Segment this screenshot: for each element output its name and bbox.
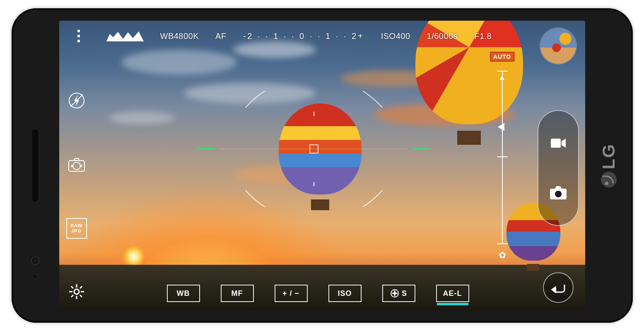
- cloud-decor: [121, 50, 237, 74]
- flash-toggle-button[interactable]: [65, 89, 88, 112]
- capture-photo-button[interactable]: [547, 182, 569, 204]
- file-format-toggle[interactable]: RAW JPG: [66, 218, 87, 239]
- slider-track: [502, 71, 503, 244]
- brand-text: LG: [599, 144, 619, 169]
- svg-line-16: [80, 295, 82, 297]
- histogram-icon[interactable]: [106, 31, 144, 41]
- bezel-right: LG: [585, 8, 633, 323]
- macro-flower-icon: ✿: [499, 250, 506, 261]
- iso-value[interactable]: ISO400: [381, 31, 410, 41]
- shutter-s-label: S: [402, 289, 407, 298]
- shutter-speed-button[interactable]: S: [382, 285, 415, 302]
- brand-logo: LG: [599, 144, 619, 187]
- earpiece-speaker: [31, 128, 39, 203]
- focus-distance-slider[interactable]: AUTO ▲ ✿: [494, 52, 511, 261]
- shutter-speed-value[interactable]: 1/6000s: [427, 31, 458, 41]
- exposure-readout-bar: WB4800K AF -2 · · 1 · · 0 · · 1 · · 2+ I…: [59, 25, 585, 47]
- slider-tick: [497, 156, 508, 157]
- svg-point-10: [74, 289, 79, 294]
- capture-column: [538, 21, 579, 310]
- white-balance-value[interactable]: WB4800K: [160, 31, 199, 41]
- svg-line-15: [71, 286, 73, 288]
- slider-tick: [497, 71, 508, 72]
- svg-line-17: [71, 295, 73, 297]
- settings-button[interactable]: [65, 281, 88, 303]
- svg-marker-4: [106, 31, 144, 41]
- exposure-comp-button[interactable]: + / −: [275, 285, 308, 302]
- lg-face-icon: [601, 172, 617, 187]
- auto-focus-badge[interactable]: AUTO: [490, 52, 514, 62]
- gallery-thumbnail-button[interactable]: [540, 28, 576, 64]
- format-line1: RAW: [70, 223, 82, 228]
- left-toolbar: RAW JPG: [65, 21, 88, 310]
- slider-tick: [497, 243, 508, 244]
- iso-button[interactable]: ISO: [328, 285, 362, 302]
- manual-controls-bar: WB MF + / − ISO S AE-L: [150, 285, 486, 302]
- autofocus-value[interactable]: AF: [215, 31, 227, 41]
- proximity-sensor: [32, 273, 38, 279]
- svg-point-23: [555, 191, 562, 197]
- camera-viewfinder[interactable]: WB4800K AF -2 · · 1 · · 0 · · 1 · · 2+ I…: [59, 21, 585, 310]
- ae-lock-button[interactable]: AE-L: [436, 285, 469, 302]
- cloud-decor: [183, 83, 316, 103]
- slider-thumb[interactable]: [497, 123, 504, 131]
- sun-decor: [123, 246, 144, 267]
- record-video-button[interactable]: [547, 132, 569, 154]
- back-button[interactable]: [543, 272, 574, 303]
- svg-rect-20: [551, 139, 561, 148]
- switch-camera-button[interactable]: [65, 154, 88, 176]
- svg-marker-21: [562, 139, 566, 148]
- bezel-left: [12, 8, 59, 323]
- front-camera-lens: [31, 257, 39, 265]
- exposure-compensation-scale[interactable]: -2 · · 1 · · 0 · · 1 · · 2+: [243, 31, 364, 41]
- white-balance-button[interactable]: WB: [167, 285, 200, 302]
- manual-focus-button[interactable]: MF: [221, 285, 254, 302]
- capture-pill: [538, 110, 579, 226]
- balloon-decor: [279, 103, 362, 211]
- aperture-value[interactable]: F1.8: [474, 31, 492, 41]
- cloud-decor: [109, 112, 175, 124]
- svg-line-18: [80, 286, 82, 288]
- phone-frame: WB4800K AF -2 · · 1 · · 0 · · 1 · · 2+ I…: [12, 8, 633, 323]
- svg-line-6: [70, 94, 83, 107]
- format-line2: JPG: [71, 228, 82, 233]
